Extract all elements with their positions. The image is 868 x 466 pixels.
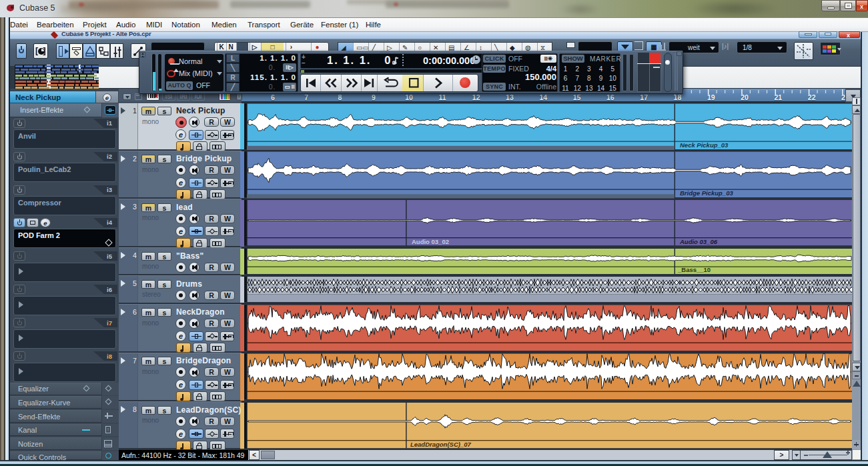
svg-text:Audio 03_06: Audio 03_06: [679, 238, 718, 245]
svg-text:Audio 03_02: Audio 03_02: [412, 238, 449, 245]
svg-text:Bridge Pickup_03: Bridge Pickup_03: [680, 189, 733, 197]
svg-text:Neck Pickup_03: Neck Pickup_03: [680, 141, 729, 149]
svg-text:_Bass__10: _Bass__10: [677, 266, 711, 273]
svg-text:LeadDragon(SC)_07: LeadDragon(SC)_07: [410, 441, 472, 448]
